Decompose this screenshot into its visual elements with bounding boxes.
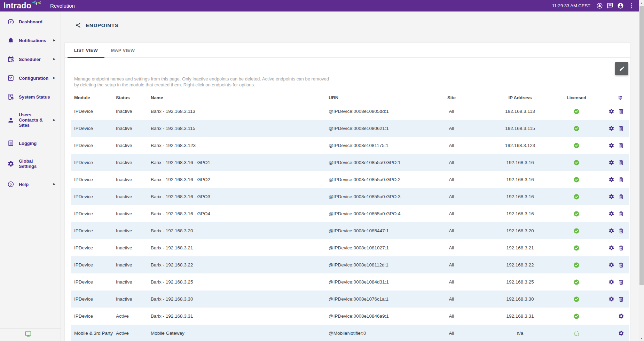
monitor-icon[interactable] (24, 331, 32, 338)
alarm-icon[interactable] (596, 2, 603, 9)
delete-trash-icon[interactable] (618, 211, 624, 217)
sidebar-item-configuration[interactable]: Configuration ▸ (0, 69, 61, 87)
chevron-right-icon: ▸ (53, 38, 55, 42)
cell-status: Inactive (116, 109, 151, 114)
settings-gear-icon[interactable] (608, 262, 614, 268)
column-header-urn[interactable]: URN (329, 94, 417, 101)
table-row[interactable]: IPDevice Active Barix - 192.168.3.31 @IP… (71, 308, 629, 325)
overflow-menu-icon[interactable]: ⋮ (628, 2, 635, 9)
sidebar-item-scheduler[interactable]: Scheduler ▸ (0, 50, 61, 69)
settings-gear-icon[interactable] (618, 330, 624, 336)
cell-actions (599, 262, 629, 268)
sidebar-item-users-contacts-sites[interactable]: Users Contacts & Sites ▸ (0, 106, 61, 134)
table-row[interactable]: IPDevice Inactive Barix - 192.168.3.22 @… (71, 256, 629, 273)
cell-actions (599, 296, 629, 302)
feedback-icon[interactable] (607, 2, 613, 9)
cell-module: IPDevice (71, 245, 116, 251)
sidebar-item-system-status[interactable]: System Status (0, 87, 61, 106)
cell-urn: @IPDevice:0008e10805dd:1 (329, 109, 417, 114)
settings-gear-icon[interactable] (608, 228, 614, 234)
delete-trash-icon[interactable] (618, 262, 624, 268)
delete-trash-icon[interactable] (618, 194, 624, 200)
delete-trash-icon[interactable] (618, 142, 624, 148)
cell-licensed (554, 125, 599, 132)
sidebar-item-logging[interactable]: Logging (0, 134, 61, 153)
tab-list-view[interactable]: LIST VIEW (68, 43, 104, 57)
sidebar-item-global-settings[interactable]: Global Settings (0, 153, 61, 175)
settings-gear-icon[interactable] (608, 125, 614, 131)
chevron-right-icon: ▸ (53, 117, 55, 122)
intrado-logo[interactable]: Intrado (3, 0, 42, 11)
delete-trash-icon[interactable] (618, 296, 624, 302)
cell-module: IPDevice (71, 279, 116, 285)
cell-urn: @IPDevice:0008e1080621:1 (329, 126, 417, 131)
cell-name: Barix - 192.168.3.31 (151, 313, 329, 319)
table-row[interactable]: IPDevice Inactive Barix - 192.168.3.20 @… (71, 222, 629, 239)
page-scrollbar[interactable]: ▲ ▼ (639, 0, 644, 341)
table-row[interactable]: IPDevice Inactive Barix - 192.168.3.115 … (71, 120, 629, 137)
column-picker-icon[interactable] (617, 95, 623, 101)
cell-licensed (554, 228, 599, 234)
column-header-module[interactable]: Module (71, 94, 116, 101)
delete-trash-icon[interactable] (618, 279, 624, 285)
table-row[interactable]: IPDevice Inactive Barix - 192.168.3.16 -… (71, 188, 629, 205)
table-row[interactable]: IPDevice Inactive Barix - 192.168.3.16 -… (71, 171, 629, 188)
delete-trash-icon[interactable] (618, 125, 624, 131)
settings-gear-icon[interactable] (608, 108, 614, 114)
cell-status: Inactive (116, 296, 151, 302)
table-row[interactable]: IPDevice Inactive Barix - 192.168.3.16 -… (71, 205, 629, 222)
settings-gear-icon[interactable] (608, 296, 614, 302)
settings-gear-icon[interactable] (608, 245, 614, 251)
licensed-status-icon (573, 142, 580, 149)
settings-gear-icon[interactable] (608, 279, 614, 285)
table-row[interactable]: IPDevice Inactive Barix - 192.168.3.123 … (71, 137, 629, 154)
cell-module: Mobile & 3rd Party (71, 331, 116, 336)
column-header-licensed[interactable]: Licensed (554, 94, 599, 101)
table-row[interactable]: IPDevice Inactive Barix - 192.168.3.113 … (71, 103, 629, 120)
cell-actions (599, 177, 629, 183)
sidebar-item-help[interactable]: Help ▸ (0, 175, 61, 194)
page-title: ENDPOINTS (86, 22, 119, 28)
delete-trash-icon[interactable] (618, 160, 624, 165)
chevron-right-icon: ▸ (53, 56, 55, 61)
sidebar-item-dashboard[interactable]: Dashboard (0, 12, 61, 31)
table-row[interactable]: IPDevice Inactive Barix - 192.168.3.16 -… (71, 154, 629, 171)
delete-trash-icon[interactable] (618, 177, 624, 183)
tab-map-view[interactable]: MAP VIEW (104, 43, 141, 57)
settings-gear-icon[interactable] (608, 194, 614, 200)
scrollbar-thumb[interactable] (639, 6, 644, 285)
table-header-row: Module Status Name URN Site IP Address L… (71, 95, 629, 102)
table-row[interactable]: Mobile & 3rd Party Active Mobile Gateway… (71, 325, 629, 341)
table-row[interactable]: IPDevice Inactive Barix - 192.168.3.25 @… (71, 273, 629, 290)
table-row[interactable]: IPDevice Inactive Barix - 192.168.3.30 @… (71, 290, 629, 308)
cell-urn: @IPDevice:0008e10855a0:GPO:2 (329, 177, 417, 182)
column-header-status[interactable]: Status (116, 94, 151, 101)
cell-ip: 192.168.3.16 (486, 211, 554, 216)
endpoints-table: Module Status Name URN Site IP Address L… (71, 95, 629, 341)
cell-licensed (554, 330, 599, 336)
cell-status: Inactive (116, 143, 151, 148)
account-icon[interactable] (617, 2, 624, 9)
settings-gear-icon[interactable] (608, 160, 614, 165)
sidebar-item-notifications[interactable]: Notifications ▸ (0, 31, 61, 50)
pencil-icon (619, 66, 625, 72)
delete-trash-icon[interactable] (618, 228, 624, 234)
licensed-status-icon (573, 228, 580, 234)
table-row[interactable]: IPDevice Inactive Barix - 192.168.3.21 @… (71, 239, 629, 256)
cell-site: All (417, 211, 486, 216)
cell-ip: 192.168.3.22 (486, 262, 554, 268)
column-header-site[interactable]: Site (417, 94, 486, 101)
cell-actions (599, 211, 629, 217)
edit-button[interactable] (615, 62, 628, 75)
settings-gear-icon[interactable] (608, 142, 614, 148)
settings-gear-icon[interactable] (608, 211, 614, 217)
delete-trash-icon[interactable] (618, 245, 624, 251)
page-description: Manage endpoint names and settings from … (74, 76, 329, 88)
scrollbar-down-arrow-icon[interactable]: ▼ (639, 335, 644, 341)
column-header-ip[interactable]: IP Address (486, 94, 554, 101)
delete-trash-icon[interactable] (618, 108, 624, 114)
settings-gear-icon[interactable] (608, 177, 614, 183)
scrollbar-up-arrow-icon[interactable]: ▲ (639, 0, 644, 6)
settings-gear-icon[interactable] (618, 313, 624, 319)
column-header-name[interactable]: Name (151, 94, 329, 101)
